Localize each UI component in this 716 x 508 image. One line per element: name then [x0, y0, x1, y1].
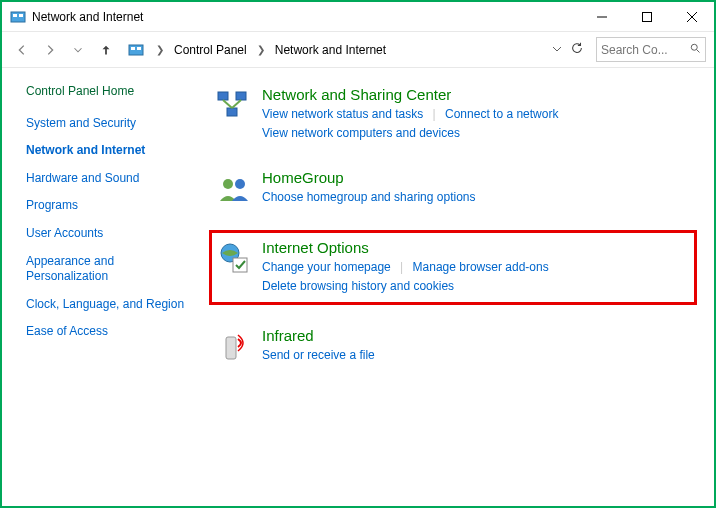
svg-rect-9 — [137, 47, 141, 50]
sidebar-item-network-internet[interactable]: Network and Internet — [26, 143, 192, 159]
task-view-network-status[interactable]: View network status and tasks — [262, 107, 423, 121]
minimize-button[interactable] — [579, 2, 624, 31]
svg-rect-13 — [236, 92, 246, 100]
content-area: Control Panel Home System and Security N… — [2, 68, 714, 506]
sidebar-item-ease-of-access[interactable]: Ease of Access — [26, 324, 192, 340]
sidebar-item-programs[interactable]: Programs — [26, 198, 192, 214]
category-title[interactable]: Infrared — [262, 327, 690, 344]
task-change-homepage[interactable]: Change your homepage — [262, 260, 391, 274]
window-title: Network and Internet — [32, 10, 143, 24]
task-connect-network[interactable]: Connect to a network — [445, 107, 558, 121]
svg-line-11 — [697, 50, 700, 53]
control-panel-home-link[interactable]: Control Panel Home — [26, 84, 192, 100]
control-panel-breadcrumb-icon — [128, 42, 144, 58]
search-input[interactable]: Search Co... — [596, 37, 706, 62]
separator: | — [400, 260, 403, 274]
sidebar-item-hardware-sound[interactable]: Hardware and Sound — [26, 171, 192, 187]
task-send-receive-file[interactable]: Send or receive a file — [262, 348, 375, 362]
svg-rect-14 — [227, 108, 237, 116]
sidebar-item-clock-language-region[interactable]: Clock, Language, and Region — [26, 297, 192, 313]
navbar: ❯ Control Panel ❯ Network and Internet S… — [2, 32, 714, 68]
main-panel: Network and Sharing Center View network … — [202, 68, 714, 506]
svg-point-10 — [691, 44, 697, 50]
chevron-right-icon[interactable]: ❯ — [257, 44, 265, 55]
close-button[interactable] — [669, 2, 714, 31]
breadcrumb-control-panel[interactable]: Control Panel — [172, 41, 249, 59]
breadcrumb-network-internet[interactable]: Network and Internet — [273, 41, 388, 59]
svg-line-16 — [232, 100, 241, 108]
sidebar: Control Panel Home System and Security N… — [2, 68, 202, 506]
up-button[interactable] — [94, 38, 118, 62]
search-placeholder: Search Co... — [601, 43, 668, 57]
task-manage-addons[interactable]: Manage browser add-ons — [413, 260, 549, 274]
svg-rect-21 — [226, 337, 236, 359]
homegroup-icon — [216, 171, 252, 207]
category-internet-options: Internet Options Change your homepage | … — [209, 230, 697, 305]
chevron-right-icon[interactable]: ❯ — [156, 44, 164, 55]
svg-rect-4 — [642, 12, 651, 21]
category-title[interactable]: Network and Sharing Center — [262, 86, 690, 103]
network-sharing-icon — [216, 88, 252, 124]
separator: | — [433, 107, 436, 121]
svg-point-18 — [235, 179, 245, 189]
svg-line-15 — [223, 100, 232, 108]
sidebar-item-appearance[interactable]: Appearance and Personalization — [26, 254, 192, 285]
recent-locations-dropdown[interactable] — [66, 38, 90, 62]
task-homegroup-options[interactable]: Choose homegroup and sharing options — [262, 190, 475, 204]
refresh-button[interactable] — [570, 41, 584, 58]
search-icon — [689, 42, 701, 57]
sidebar-item-system-security[interactable]: System and Security — [26, 116, 192, 132]
infrared-icon — [216, 329, 252, 365]
control-panel-icon — [10, 9, 26, 25]
category-title[interactable]: Internet Options — [262, 239, 690, 256]
sidebar-item-user-accounts[interactable]: User Accounts — [26, 226, 192, 242]
svg-rect-20 — [233, 258, 247, 272]
task-delete-history[interactable]: Delete browsing history and cookies — [262, 279, 454, 293]
svg-rect-12 — [218, 92, 228, 100]
task-view-computers-devices[interactable]: View network computers and devices — [262, 126, 460, 140]
category-title[interactable]: HomeGroup — [262, 169, 690, 186]
category-network-sharing-center: Network and Sharing Center View network … — [212, 82, 694, 147]
category-infrared: Infrared Send or receive a file — [212, 323, 694, 369]
address-dropdown-icon[interactable] — [552, 43, 562, 57]
maximize-button[interactable] — [624, 2, 669, 31]
back-button[interactable] — [10, 38, 34, 62]
category-homegroup: HomeGroup Choose homegroup and sharing o… — [212, 165, 694, 211]
titlebar: Network and Internet — [2, 2, 714, 32]
svg-rect-8 — [131, 47, 135, 50]
svg-point-17 — [223, 179, 233, 189]
svg-rect-2 — [19, 14, 23, 17]
internet-options-icon — [216, 241, 252, 277]
forward-button[interactable] — [38, 38, 62, 62]
svg-rect-1 — [13, 14, 17, 17]
